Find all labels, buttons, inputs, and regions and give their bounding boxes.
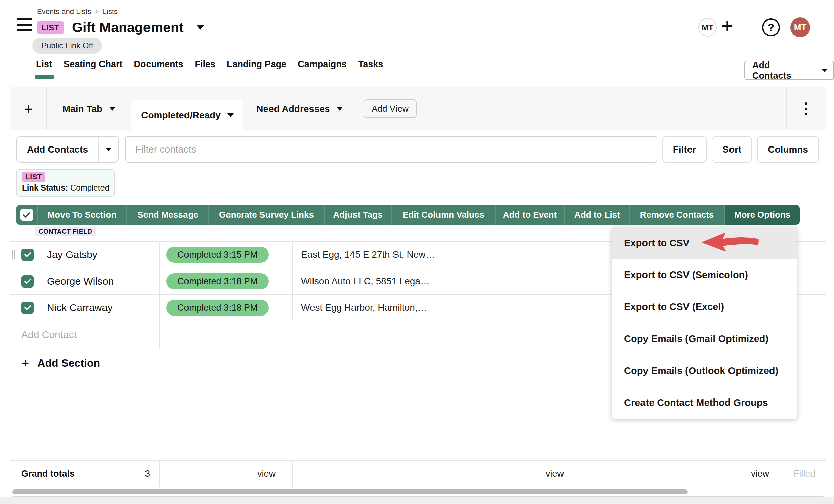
add-contacts-button[interactable]: Add Contacts	[17, 137, 98, 162]
add-view-button[interactable]: Add View	[364, 100, 416, 118]
hamburger-menu-icon[interactable]	[17, 18, 32, 31]
nav-tab-campaigns[interactable]: Campaigns	[298, 59, 347, 69]
generate-survey-links-button[interactable]: Generate Survey Links	[208, 205, 324, 225]
sort-button[interactable]: Sort	[712, 136, 752, 162]
empty-cell[interactable]	[439, 295, 581, 321]
move-to-section-button[interactable]: Move To Section	[37, 205, 126, 225]
add-workspace-plus-icon[interactable]: +	[721, 16, 733, 36]
page-bottom-strip	[0, 497, 834, 504]
nav-tab-documents[interactable]: Documents	[134, 59, 183, 69]
edit-column-values-button[interactable]: Edit Column Values	[391, 205, 495, 225]
chip-label: Link Status:	[22, 183, 68, 192]
menu-item-label: Copy Emails (Outlook Optimized)	[624, 365, 778, 376]
red-annotation-arrow-icon	[700, 232, 760, 254]
add-contacts-button-header[interactable]: Add Contacts	[745, 62, 815, 79]
address-cell[interactable]: Wilson Auto LLC, 5851 Lega…	[293, 268, 439, 294]
add-to-list-button[interactable]: Add to List	[564, 205, 629, 225]
totals-empty-cell	[581, 461, 697, 487]
contact-name[interactable]: Nick Carraway	[47, 302, 113, 313]
nav-tab-tasks[interactable]: Tasks	[358, 59, 383, 69]
caret-down-icon	[337, 107, 343, 111]
row-checkbox-checked[interactable]	[21, 302, 34, 314]
empty-cell[interactable]	[439, 242, 581, 268]
menu-item-export-to-csv-semicolon[interactable]: Export to CSV (Semicolon)	[612, 259, 797, 291]
user-avatar[interactable]: MT	[790, 18, 810, 37]
caret-down-icon	[227, 113, 234, 117]
title-row: LIST Gift Management	[37, 20, 204, 35]
breadcrumb-lists[interactable]: Lists	[103, 7, 117, 16]
add-section-label: Add Section	[37, 357, 100, 369]
menu-item-label: Export to CSV (Excel)	[624, 301, 724, 312]
page: Events and Lists › Lists LIST Gift Manag…	[0, 0, 834, 504]
menu-item-copy-emails-gmail[interactable]: Copy Emails (Gmail Optimized)	[612, 323, 797, 355]
more-options-button[interactable]: More Options	[724, 205, 800, 225]
address-text: Wilson Auto LLC, 5851 Lega…	[301, 276, 430, 287]
help-icon[interactable]: ?	[762, 19, 780, 36]
view-tab-main-label: Main Tab	[63, 104, 103, 114]
remove-contacts-button[interactable]: Remove Contacts	[629, 205, 724, 225]
plus-icon: +	[21, 355, 29, 371]
select-all-checkbox[interactable]	[17, 205, 37, 225]
breadcrumb: Events and Lists › Lists	[37, 7, 117, 16]
address-cell[interactable]: East Egg, 145 E 27th St, New…	[293, 242, 439, 268]
totals-filled-label: Filled	[786, 461, 826, 487]
row-checkbox-checked[interactable]	[21, 249, 34, 261]
adjust-tags-button[interactable]: Adjust Tags	[324, 205, 391, 225]
add-contacts-dropdown[interactable]	[99, 137, 118, 162]
totals-view-link[interactable]: view	[439, 461, 581, 487]
menu-item-export-to-csv-excel[interactable]: Export to CSV (Excel)	[612, 291, 797, 323]
columns-button[interactable]: Columns	[757, 136, 819, 162]
nav-tab-seating-chart[interactable]: Seating Chart	[64, 59, 123, 69]
nav-tab-landing-page[interactable]: Landing Page	[227, 59, 286, 69]
empty-cell[interactable]	[439, 268, 581, 294]
menu-item-export-to-csv[interactable]: Export to CSV	[612, 227, 797, 259]
contact-name-cell: Nick Carraway	[10, 295, 160, 321]
row-checkbox-checked[interactable]	[21, 275, 34, 288]
filter-chip-row: LIST Link Status: Completed	[10, 168, 826, 201]
contact-name[interactable]: George Wilson	[47, 276, 114, 287]
menu-item-create-contact-method-groups[interactable]: Create Contact Method Groups	[612, 387, 797, 419]
contact-field-column-header: CONTACT FIELD	[35, 227, 96, 236]
drag-handle-icon[interactable]	[12, 250, 15, 259]
address-cell[interactable]: West Egg Harbor, Hamilton,…	[293, 295, 439, 321]
add-contacts-dropdown-header[interactable]	[816, 62, 833, 79]
view-tab-completed-ready-active[interactable]: Completed/Ready	[131, 100, 243, 130]
status-badge: Completed 3:18 PM	[166, 273, 269, 289]
add-contact-placeholder[interactable]: Add Contact	[10, 321, 160, 348]
nav-tab-files[interactable]: Files	[195, 59, 216, 69]
view-tab-main-tab[interactable]: Main Tab	[47, 87, 131, 130]
grand-totals-count: 3	[145, 469, 150, 479]
horizontal-scrollbar[interactable]	[13, 489, 688, 494]
add-contacts-split-button-header: Add Contacts	[744, 61, 834, 80]
view-tab-need-addresses-label: Need Addresses	[256, 104, 330, 114]
add-contacts-split-button: Add Contacts	[16, 136, 119, 162]
header-divider	[749, 18, 749, 37]
filter-contacts-input[interactable]	[125, 136, 657, 162]
more-menu-kebab-icon[interactable]	[787, 87, 826, 130]
workspace-avatar[interactable]: MT	[698, 18, 717, 37]
add-tab-plus-icon[interactable]: +	[10, 87, 47, 130]
menu-item-copy-emails-outlook[interactable]: Copy Emails (Outlook Optimized)	[612, 355, 797, 387]
title-caret-down-icon[interactable]	[197, 25, 204, 29]
filter-button[interactable]: Filter	[662, 136, 707, 162]
public-link-status-pill[interactable]: Public Link Off	[32, 38, 102, 54]
link-status-filter-chip[interactable]: LIST Link Status: Completed	[16, 169, 115, 197]
status-cell: Completed 3:18 PM	[160, 295, 293, 321]
main-nav: List Seating Chart Documents Files Landi…	[36, 59, 383, 69]
nav-tab-list[interactable]: List	[36, 59, 52, 69]
add-to-event-button[interactable]: Add to Event	[495, 205, 564, 225]
caret-down-icon	[821, 69, 828, 72]
send-message-button[interactable]: Send Message	[126, 205, 208, 225]
checkbox-checked-icon	[21, 209, 33, 221]
status-badge: Completed 3:18 PM	[166, 300, 269, 316]
menu-item-label: Export to CSV (Semicolon)	[624, 269, 748, 281]
strip-spacer	[424, 87, 787, 130]
breadcrumb-events-and-lists[interactable]: Events and Lists	[37, 7, 91, 16]
contact-name[interactable]: Jay Gatsby	[47, 249, 97, 260]
totals-view-link[interactable]: view	[160, 461, 293, 487]
more-options-context-menu: Export to CSV Export to CSV (Semicolon) …	[612, 227, 797, 419]
view-tab-need-addresses[interactable]: Need Addresses	[243, 87, 356, 130]
chip-text: Link Status: Completed	[22, 183, 109, 193]
totals-view-link[interactable]: view	[697, 461, 786, 487]
chip-value: Completed	[70, 183, 109, 192]
